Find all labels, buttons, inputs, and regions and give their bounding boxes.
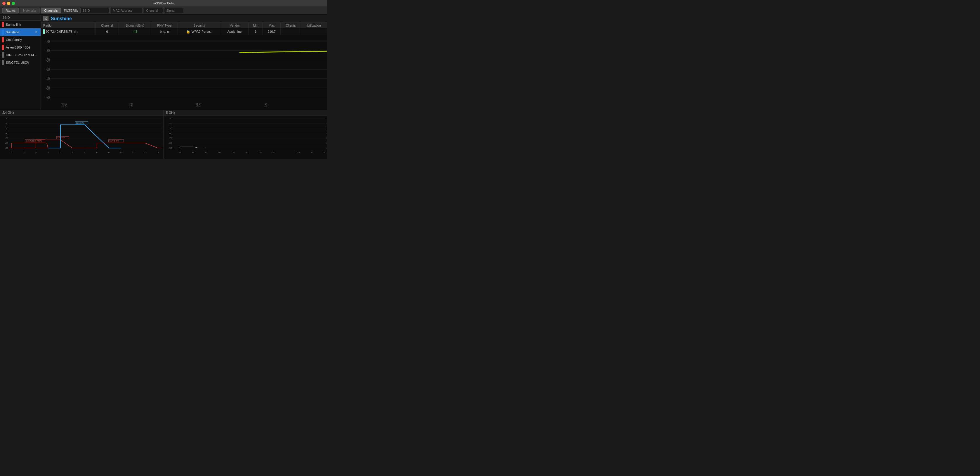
svg-text:-90: -90 bbox=[169, 147, 172, 149]
mac-color-bar bbox=[43, 29, 45, 34]
cell-min: 1 bbox=[249, 28, 263, 35]
suntplink-label: Sun tp-link bbox=[110, 140, 119, 142]
close-button[interactable] bbox=[2, 2, 6, 5]
minimize-button[interactable] bbox=[7, 2, 10, 5]
color-indicator bbox=[2, 22, 4, 27]
svg-text:38: 38 bbox=[192, 151, 194, 154]
tab-channels[interactable]: Channels bbox=[41, 8, 61, 13]
filter-channel[interactable] bbox=[144, 8, 163, 13]
col-channel: Channel bbox=[95, 23, 119, 28]
detail-header: X Sunshine bbox=[41, 14, 327, 23]
sidebar-item-name: ChiuFamily bbox=[6, 38, 22, 42]
cell-channel: 6 bbox=[95, 28, 119, 35]
sidebar-item-name: Askey5100-46D9 bbox=[6, 46, 30, 49]
svg-text:-70: -70 bbox=[5, 137, 8, 139]
svg-text:46: 46 bbox=[218, 151, 221, 154]
svg-text:56: 56 bbox=[246, 151, 248, 154]
sidebar-item-name: SINGTEL-U8CV bbox=[6, 61, 29, 64]
link-icon: ⛓↓ bbox=[73, 30, 78, 34]
col-utilization: Utilization bbox=[301, 23, 327, 28]
tab-radios[interactable]: Radios bbox=[2, 8, 19, 13]
svg-text:21:57: 21:57 bbox=[196, 102, 202, 108]
cell-utilization bbox=[301, 28, 327, 35]
svg-text:5: 5 bbox=[60, 151, 61, 154]
sidebar-item-icons: ⟳↓ bbox=[35, 31, 39, 34]
svg-text:-80: -80 bbox=[326, 142, 327, 144]
svg-text:-50: -50 bbox=[169, 127, 172, 130]
svg-text:13: 13 bbox=[156, 151, 159, 154]
sidebar-item-sun-tp-link[interactable]: Sun tp-link bbox=[0, 21, 41, 28]
panel-24ghz-label: 2.4 GHz bbox=[0, 110, 164, 115]
sidebar: SSID Sun tp-link Sunshine ⟳↓ ChiuFamily … bbox=[0, 14, 41, 110]
svg-text:11: 11 bbox=[132, 151, 135, 154]
close-detail-button[interactable]: X bbox=[43, 16, 48, 21]
detail-table: Radio Channel Signal (dBm) PHY Type Secu… bbox=[41, 23, 327, 35]
chiufamily-label: uFamily bbox=[57, 137, 65, 139]
svg-text:-30: -30 bbox=[46, 38, 49, 44]
traffic-lights bbox=[2, 2, 15, 5]
svg-text:-30: -30 bbox=[326, 117, 327, 120]
panel-5ghz: 5 GHz -30 -40 -50 -60 -70 -80 -90 bbox=[164, 110, 327, 159]
filter-mac[interactable] bbox=[111, 8, 143, 13]
sidebar-item-name: Sunshine bbox=[6, 30, 19, 34]
filters-label: FILTERS: bbox=[64, 9, 78, 12]
svg-text::30: :30 bbox=[264, 102, 267, 108]
col-max: Max bbox=[262, 23, 280, 28]
sidebar-item-sunshine[interactable]: Sunshine ⟳↓ bbox=[0, 28, 41, 36]
svg-text:-80: -80 bbox=[46, 85, 49, 91]
chart-5ghz: -30 -40 -50 -60 -70 -80 -90 34 38 42 46 … bbox=[164, 115, 327, 158]
svg-text:10: 10 bbox=[120, 151, 123, 154]
svg-text:60: 60 bbox=[259, 151, 261, 154]
time-graph-svg: -30 -40 -50 -60 -70 -80 -90 21:56 :30 21… bbox=[41, 35, 327, 110]
svg-text:9: 9 bbox=[108, 151, 110, 154]
filter-ssid[interactable] bbox=[80, 8, 110, 13]
svg-text:4: 4 bbox=[48, 151, 49, 154]
app-title: inSSIDer Beta bbox=[153, 2, 174, 5]
svg-text:149: 149 bbox=[296, 151, 300, 154]
svg-text:34: 34 bbox=[178, 151, 181, 154]
col-clients: Clients bbox=[281, 23, 301, 28]
col-phy: PHY Type bbox=[151, 23, 178, 28]
svg-text:-90: -90 bbox=[5, 147, 8, 149]
sidebar-header: SSID bbox=[0, 14, 41, 21]
lock-icon: 🔒 bbox=[186, 30, 190, 34]
svg-text:64: 64 bbox=[272, 151, 275, 154]
detail-table-container: Radio Channel Signal (dBm) PHY Type Secu… bbox=[41, 23, 327, 35]
main-content: SSID Sun tp-link Sunshine ⟳↓ ChiuFamily … bbox=[0, 14, 327, 110]
col-security: Security bbox=[178, 23, 221, 28]
svg-text:-40: -40 bbox=[5, 122, 8, 125]
svg-text:2: 2 bbox=[23, 151, 25, 154]
sidebar-item-singtel[interactable]: SINGTEL-U8CV bbox=[0, 59, 41, 66]
svg-text:-60: -60 bbox=[169, 132, 172, 135]
svg-text:1: 1 bbox=[11, 151, 13, 154]
svg-text:-60: -60 bbox=[46, 67, 49, 72]
svg-text:-70: -70 bbox=[169, 137, 172, 139]
color-indicator bbox=[2, 52, 4, 58]
toolbar: Radios Networks Channels FILTERS: bbox=[0, 6, 327, 14]
table-row: 90:72:40:0F:5B:F8 ⛓↓ 6 -43 b, g, n 🔒 WPA… bbox=[41, 28, 327, 35]
sidebar-item-name: DIRECT-fe-HP M141 LaserJet bbox=[6, 53, 39, 57]
mac-address: 90:72:40:0F:5B:F8 bbox=[46, 30, 72, 34]
chart-24ghz-svg: -30 -40 -50 -60 -70 -80 -90 1 2 3 4 5 6 … bbox=[0, 115, 164, 158]
detail-ssid-title: Sunshine bbox=[51, 16, 72, 21]
chart-5ghz-svg: -30 -40 -50 -60 -70 -80 -90 34 38 42 46 … bbox=[164, 115, 327, 158]
svg-text:-80: -80 bbox=[5, 142, 8, 144]
svg-text:42: 42 bbox=[205, 151, 207, 154]
svg-text:3: 3 bbox=[35, 151, 37, 154]
svg-text:-50: -50 bbox=[46, 57, 49, 63]
chart-24ghz: -30 -40 -50 -60 -70 -80 -90 1 2 3 4 5 6 … bbox=[0, 115, 164, 158]
svg-text:157: 157 bbox=[310, 151, 315, 154]
sidebar-item-direct[interactable]: DIRECT-fe-HP M141 LaserJet bbox=[0, 51, 41, 59]
sidebar-item-askey[interactable]: Askey5100-46D9 bbox=[0, 43, 41, 51]
cell-signal: -43 bbox=[119, 28, 151, 35]
svg-text:-40: -40 bbox=[46, 48, 49, 54]
filter-signal[interactable] bbox=[164, 8, 183, 13]
color-indicator bbox=[2, 37, 4, 42]
sidebar-item-chiufamily[interactable]: ChiuFamily bbox=[0, 36, 41, 43]
svg-text:12: 12 bbox=[144, 151, 146, 154]
svg-text:-80: -80 bbox=[169, 142, 172, 144]
maximize-button[interactable] bbox=[12, 2, 15, 5]
sunshine-label: Sunshine bbox=[76, 122, 84, 124]
tab-networks[interactable]: Networks bbox=[20, 8, 40, 13]
svg-text:-60: -60 bbox=[5, 132, 8, 135]
